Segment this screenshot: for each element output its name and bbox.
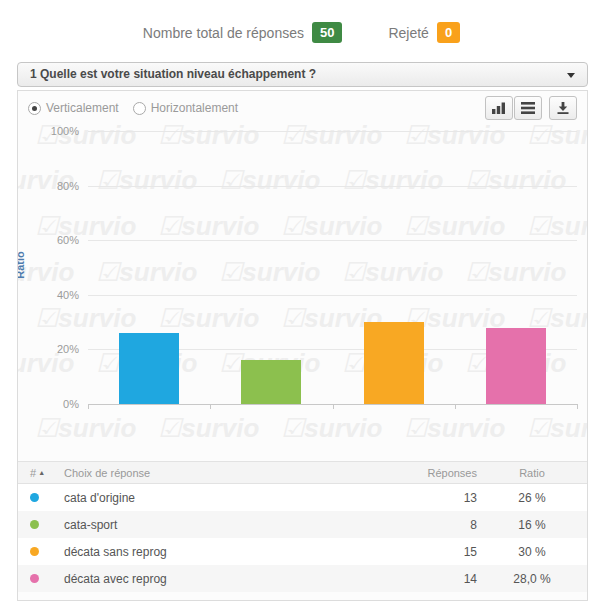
radio-unselected-icon[interactable] bbox=[133, 102, 146, 115]
answer-count: 15 bbox=[377, 545, 477, 559]
bar-chart-icon bbox=[491, 101, 507, 115]
answer-count: 13 bbox=[377, 491, 477, 505]
table-view-icon bbox=[520, 101, 536, 115]
answer-count: 14 bbox=[377, 572, 477, 586]
axis-tick bbox=[88, 404, 89, 409]
radio-horizontal-label: Horizontalement bbox=[151, 101, 238, 115]
bar-cata-sport[interactable] bbox=[241, 360, 301, 404]
table-row[interactable]: décata avec reprog 14 28,0 % bbox=[18, 565, 587, 592]
answer-label: cata d'origine bbox=[54, 491, 377, 505]
header-ratio[interactable]: Ratio bbox=[477, 467, 587, 479]
answer-label: décata sans reprog bbox=[54, 545, 377, 559]
watermark-text: ☑survio ☑survio ☑survio ☑survio ☑survio bbox=[35, 415, 587, 441]
table-row[interactable]: décata sans reprog 15 30 % bbox=[18, 538, 587, 565]
rejected-badge: 0 bbox=[437, 22, 460, 43]
header-responses[interactable]: Réponses bbox=[377, 467, 477, 479]
gridline: 60% bbox=[88, 240, 577, 241]
answer-ratio: 16 % bbox=[477, 518, 587, 532]
question-select-label: 1 Quelle est votre situation niveau écha… bbox=[30, 67, 316, 81]
download-icon bbox=[556, 101, 570, 115]
y-tick-label: 100% bbox=[19, 125, 79, 137]
answer-ratio: 26 % bbox=[477, 491, 587, 505]
axis-tick bbox=[577, 404, 578, 409]
radio-vertical[interactable]: Verticalement bbox=[28, 101, 119, 115]
y-tick-label: 20% bbox=[19, 343, 79, 355]
header-num[interactable]: # ▲ bbox=[18, 467, 54, 479]
table-view-button[interactable] bbox=[514, 96, 542, 120]
table-header-row: # ▲ Choix de réponse Réponses Ratio bbox=[18, 461, 587, 484]
answer-count: 8 bbox=[377, 518, 477, 532]
y-tick-label: 80% bbox=[19, 180, 79, 192]
y-tick-label: 0% bbox=[19, 398, 79, 410]
gridline: 100% bbox=[88, 131, 577, 132]
series-dot bbox=[30, 520, 39, 529]
radio-selected-icon[interactable] bbox=[28, 102, 41, 115]
total-responses-badge: 50 bbox=[312, 22, 342, 43]
answer-ratio: 30 % bbox=[477, 545, 587, 559]
gridline: 40% bbox=[88, 295, 577, 296]
series-dot bbox=[30, 493, 39, 502]
series-dot bbox=[30, 574, 39, 583]
answer-label: décata avec reprog bbox=[54, 572, 377, 586]
bar-decata-sans-reprog[interactable] bbox=[364, 322, 424, 404]
question-select[interactable]: 1 Quelle est votre situation niveau écha… bbox=[17, 62, 588, 87]
bar-decata-avec-reprog[interactable] bbox=[486, 328, 546, 404]
y-tick-label: 60% bbox=[19, 234, 79, 246]
results-summary: Nombre total de réponses 50 Rejeté 0 bbox=[0, 22, 603, 43]
chart-panel: Verticalement Horizontalement bbox=[17, 90, 588, 601]
y-tick-label: 40% bbox=[19, 289, 79, 301]
y-axis-title: Ratio bbox=[18, 251, 26, 279]
total-responses-label: Nombre total de réponses bbox=[143, 25, 304, 41]
radio-horizontal[interactable]: Horizontalement bbox=[133, 101, 238, 115]
axis-tick bbox=[333, 404, 334, 409]
table-row[interactable]: cata-sport 8 16 % bbox=[18, 511, 587, 538]
axis-tick bbox=[210, 404, 211, 409]
answer-label: cata-sport bbox=[54, 518, 377, 532]
bar-chart: ☑survio ☑survio ☑survio ☑survio ☑survio … bbox=[18, 119, 587, 461]
plot-area: 100% 80% 60% 40% 20% 0% bbox=[88, 131, 577, 404]
answer-ratio: 28,0 % bbox=[477, 572, 587, 586]
gridline: 80% bbox=[88, 186, 577, 187]
answers-table: # ▲ Choix de réponse Réponses Ratio cata… bbox=[18, 461, 587, 592]
chevron-down-icon bbox=[567, 73, 575, 78]
header-choice[interactable]: Choix de réponse bbox=[54, 467, 377, 479]
series-dot bbox=[30, 547, 39, 556]
rejected-label: Rejeté bbox=[388, 25, 428, 41]
axis-tick bbox=[455, 404, 456, 409]
table-row[interactable]: cata d'origine 13 26 % bbox=[18, 484, 587, 511]
download-button[interactable] bbox=[549, 96, 577, 120]
sort-asc-icon: ▲ bbox=[38, 469, 45, 476]
radio-vertical-label: Verticalement bbox=[46, 101, 119, 115]
chart-view-button[interactable] bbox=[485, 96, 513, 120]
bar-cata-origine[interactable] bbox=[119, 333, 179, 404]
